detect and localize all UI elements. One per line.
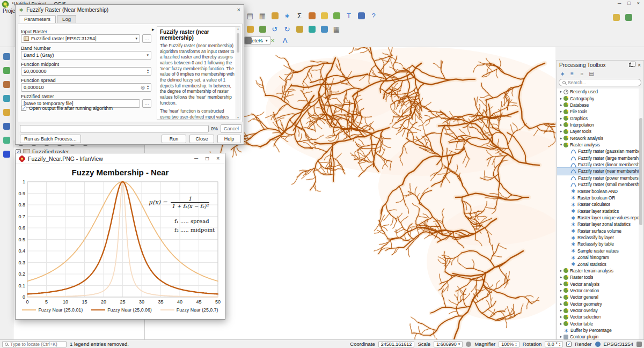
- spin-arrows-icon[interactable]: ▴▾: [147, 69, 149, 74]
- add-vector-layer-icon[interactable]: [2, 65, 11, 75]
- measure-line-icon[interactable]: [257, 24, 268, 34]
- results-viewer-icon[interactable]: ▤: [588, 70, 595, 77]
- run-as-batch-button[interactable]: Run as Batch Process…: [20, 135, 81, 143]
- statistics-summary-icon[interactable]: Σ: [294, 10, 305, 21]
- toolbox-item-raster-boolean-and[interactable]: ∗Raster boolean AND: [557, 188, 643, 194]
- layout-manager-icon[interactable]: ▦: [257, 10, 268, 21]
- locate-input[interactable]: [10, 342, 64, 347]
- toolbox-scrollbar[interactable]: [639, 88, 643, 339]
- spin-arrows-icon[interactable]: ▴▾: [515, 342, 517, 346]
- toolbox-item-contour-plugin[interactable]: ▸Contour plugin: [557, 334, 643, 339]
- close-panel-icon[interactable]: ×: [638, 62, 641, 68]
- cancel-button[interactable]: Cancel: [221, 124, 242, 133]
- function-midpoint-spinner[interactable]: 50,000000 ▴▾: [21, 67, 151, 76]
- chevron-right-icon[interactable]: ▸: [559, 129, 564, 134]
- add-wms-layer-icon[interactable]: [2, 135, 11, 145]
- minimize-icon[interactable]: ─: [194, 156, 198, 161]
- float-panel-icon[interactable]: [629, 63, 633, 67]
- toolbox-item-sample-raster-values[interactable]: ∗Sample raster values: [557, 248, 643, 254]
- minimize-icon[interactable]: ─: [618, 1, 621, 6]
- chevron-right-icon[interactable]: ▸: [559, 116, 564, 121]
- favorites-icon[interactable]: [611, 12, 621, 23]
- open-attribute-table-icon[interactable]: ▦: [331, 24, 342, 34]
- toolbox-item-vector-creation[interactable]: ▸Vector creation: [557, 287, 643, 294]
- toolbox-item-raster-analysis[interactable]: ▾Raster analysis: [557, 142, 643, 148]
- add-raster-layer-icon[interactable]: [2, 79, 11, 89]
- magnifier-spinner[interactable]: 100%▴▾: [499, 341, 519, 347]
- toolbox-item-vector-analysis[interactable]: ▸Vector analysis: [557, 280, 643, 287]
- temporal-controller-icon[interactable]: [306, 10, 317, 21]
- close-icon[interactable]: ×: [237, 6, 240, 13]
- chevron-right-icon[interactable]: ▸: [559, 109, 564, 114]
- toolbox-item-file-tools[interactable]: ▸File tools: [557, 108, 643, 115]
- locate-box[interactable]: [2, 341, 67, 347]
- undo-icon[interactable]: ↺: [269, 24, 280, 34]
- run-button[interactable]: Run: [162, 135, 186, 143]
- chevron-right-icon[interactable]: ▸: [559, 288, 564, 293]
- python-console-icon[interactable]: [356, 10, 367, 21]
- messages-icon[interactable]: [636, 342, 642, 347]
- toolbox-item-graphics[interactable]: ▸Graphics: [557, 115, 643, 121]
- lock-scale-icon[interactable]: [466, 342, 471, 347]
- help-button[interactable]: Help: [217, 135, 241, 143]
- chevron-right-icon[interactable]: ▸: [559, 136, 564, 140]
- snapping-options-icon[interactable]: [245, 24, 255, 34]
- toolbox-item-raster-tools[interactable]: ▸Raster tools: [557, 274, 643, 280]
- toolbox-item-raster-calculator[interactable]: ∗Raster calculator: [557, 201, 643, 208]
- toolbox-item-vector-table[interactable]: ▸Vector table: [557, 321, 643, 327]
- new-annotation-icon[interactable]: [331, 10, 342, 21]
- scripts-icon[interactable]: ≡: [568, 70, 576, 77]
- deselect-all-icon[interactable]: [306, 24, 317, 34]
- toolbox-item-vector-general[interactable]: ▸Vector general: [557, 294, 643, 300]
- help-contents-icon[interactable]: ?: [368, 10, 379, 21]
- maximize-icon[interactable]: □: [627, 1, 630, 6]
- history-icon[interactable]: ○: [578, 70, 586, 77]
- chevron-down-icon[interactable]: ▾: [559, 143, 564, 147]
- toolbox-item-zonal-statistics[interactable]: ∗Zonal statistics: [557, 261, 643, 267]
- chevron-right-icon[interactable]: ▸: [559, 90, 564, 94]
- toolbox-item-raster-surface-volume[interactable]: ∗Raster surface volume: [557, 228, 643, 234]
- dialog-titlebar[interactable]: ∗ Fuzzify Raster (Near Membership) ×: [16, 5, 244, 14]
- input-raster-browse-button[interactable]: …: [142, 34, 151, 43]
- toolbox-item-raster-layer-statistics[interactable]: ∗Raster layer statistics: [557, 208, 643, 214]
- chevron-right-icon[interactable]: ▸: [559, 322, 564, 326]
- toolbox-item-vector-overlay[interactable]: ▸Vector overlay: [557, 307, 643, 314]
- search-input[interactable]: [568, 80, 638, 85]
- toolbox-item-vector-geometry[interactable]: ▸Vector geometry: [557, 301, 643, 307]
- chevron-right-icon[interactable]: ▸: [559, 308, 564, 313]
- plugin-manager-icon[interactable]: [623, 12, 634, 23]
- clear-value-icon[interactable]: ⊗: [141, 85, 145, 91]
- stream-digitize-icon[interactable]: ×: [255, 35, 266, 46]
- irfanview-titlebar[interactable]: Fuzzify_Near.PNG - IrfanView ─ □ ×: [16, 153, 225, 164]
- close-icon[interactable]: ×: [637, 1, 640, 6]
- toolbox-search[interactable]: [559, 79, 641, 86]
- close-button[interactable]: Close: [189, 135, 214, 143]
- select-rectangle-icon[interactable]: [294, 24, 305, 34]
- band-number-combo[interactable]: Band 1 (Gray) ▾: [21, 51, 151, 60]
- toolbox-item-zonal-histogram[interactable]: ∗Zonal histogram: [557, 254, 643, 261]
- toolbox-item-fuzzify-raster-small-membership[interactable]: Fuzzify raster (small membership): [557, 181, 643, 188]
- toolbox-item-fuzzify-raster-power-membership[interactable]: Fuzzify raster (power membership): [557, 175, 643, 181]
- scrollbar-thumb[interactable]: [639, 118, 642, 225]
- print-layout-icon[interactable]: ▤: [245, 10, 255, 21]
- collapse-help-icon[interactable]: ▶: [152, 27, 155, 31]
- toolbox-item-fuzzify-raster-gaussian-membership[interactable]: Fuzzify raster (gaussian membership): [557, 148, 643, 154]
- toolbox-item-buffer-by-percentage[interactable]: ∗Buffer by Percentage: [557, 327, 643, 334]
- input-raster-combo[interactable]: Fuzzified raster [EPSG:31254] ▾: [21, 34, 140, 43]
- identify-features-icon[interactable]: [319, 24, 330, 34]
- chevron-right-icon[interactable]: ▸: [559, 302, 564, 306]
- models-icon[interactable]: ∗: [559, 70, 566, 77]
- add-mesh-layer-icon[interactable]: [2, 93, 11, 103]
- toolbox-item-raster-layer-zonal-statistics[interactable]: ∗Raster layer zonal statistics: [557, 221, 643, 227]
- toolbox-item-fuzzify-raster-large-membership[interactable]: Fuzzify raster (large membership): [557, 155, 643, 161]
- chevron-right-icon[interactable]: ▸: [559, 335, 564, 339]
- chevron-right-icon[interactable]: ▸: [559, 123, 564, 127]
- tab-parameters[interactable]: Parameters: [19, 15, 56, 23]
- tab-log[interactable]: Log: [57, 15, 76, 23]
- open-output-checkbox[interactable]: ✓: [21, 106, 26, 111]
- toolbox-item-cartography[interactable]: ▸Cartography: [557, 95, 643, 101]
- toolbox-item-fuzzify-raster-near-membership[interactable]: Fuzzify raster (near membership): [557, 168, 643, 174]
- vertex-tool-icon[interactable]: ×: [267, 35, 278, 46]
- style-manager-icon[interactable]: [269, 10, 280, 21]
- toolbox-item-raster-boolean-or[interactable]: ∗Raster boolean OR: [557, 195, 643, 201]
